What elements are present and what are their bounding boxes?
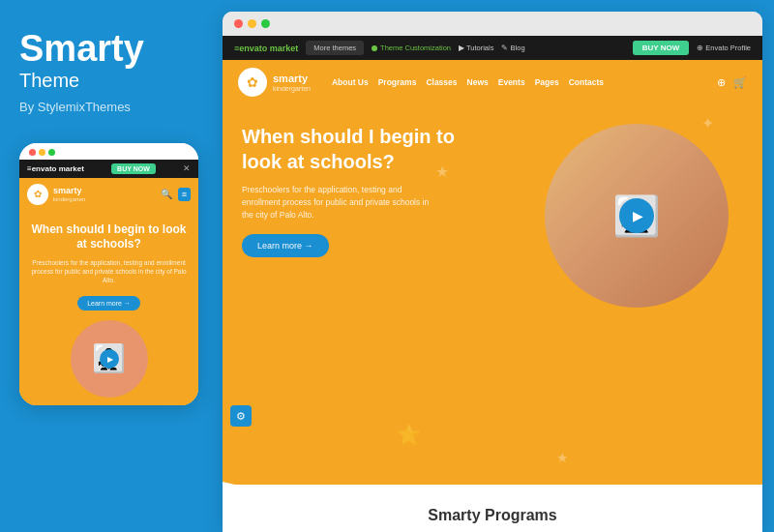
mobile-menu-btn[interactable]: ≡ (178, 188, 191, 201)
mobile-learn-more-btn[interactable]: Learn more → (77, 296, 140, 310)
desktop-theme-custom: Theme Customization (372, 44, 451, 52)
desktop-tutorials-link[interactable]: ▶ Tutorials (459, 44, 493, 52)
deco-star-5: ⭐ (397, 423, 421, 446)
programs-title: Smarty Programs (223, 507, 762, 524)
hero-play-icon: ▶ (633, 208, 643, 223)
nav-classes[interactable]: Classes (426, 77, 457, 87)
desktop-programs-section: Smarty Programs (223, 485, 762, 532)
mobile-content: ✿ smarty kindergarten 🔍 ≡ When should I … (19, 178, 198, 405)
desktop-dot-red (234, 19, 243, 28)
hero-title: When should I begin tolook at schools? (242, 124, 530, 174)
author-label: By StylemixThemes (19, 100, 131, 114)
desktop-logo-sub: kindergarten (273, 85, 311, 92)
desktop-logo-text-block: smarty kindergarten (273, 73, 311, 92)
mobile-top-bar (19, 143, 198, 160)
mobile-nav-bar: ≡envato market BUY NOW ✕ (19, 160, 198, 178)
hero-play-btn[interactable]: ▶ (619, 198, 654, 233)
mobile-dot-green (48, 149, 55, 156)
desktop-more-themes-btn[interactable]: More themes (306, 41, 364, 55)
mobile-play-icon: ▶ (107, 355, 113, 364)
mobile-search-icon[interactable]: 🔍 (161, 189, 172, 199)
mobile-logo-icon: ✿ (27, 184, 48, 205)
mobile-dot-red (29, 149, 36, 156)
nav-programs[interactable]: Programs (378, 77, 417, 87)
desktop-logo-area: ✿ smarty kindergarten (238, 68, 311, 97)
deco-star-6: ★ (556, 450, 569, 465)
mobile-site-header: ✿ smarty kindergarten 🔍 ≡ (19, 178, 198, 211)
desktop-buy-now-btn[interactable]: BUY NOW (633, 41, 690, 55)
desktop-hero: ✦ ★ ✦ ✦ ⭐ ★ When should I begin tolook a… (223, 104, 762, 485)
mobile-logo-name: smarty (53, 186, 85, 196)
mobile-logo-sub: kindergarten (53, 196, 85, 202)
nav-about-us[interactable]: About Us (332, 77, 369, 87)
mobile-hero-desc: Preschoolers for the application, testin… (29, 258, 189, 284)
settings-icon: ⚙ (236, 410, 246, 423)
hero-content-right: 👩‍👧‍👦 ▶ (530, 124, 743, 308)
hero-desc: Preschoolers for the application, testin… (242, 184, 435, 221)
mobile-envato-logo: ≡envato market (27, 164, 84, 173)
nav-news[interactable]: News (467, 77, 489, 87)
mobile-mockup: ≡envato market BUY NOW ✕ ✿ smarty kinder… (19, 143, 198, 405)
desktop-nav-icons: ⊕ 🛒 (717, 76, 747, 89)
nav-contacts[interactable]: Contacts (569, 77, 604, 87)
mobile-header-icons: 🔍 ≡ (161, 188, 191, 201)
desktop-envato-logo: ≡envato market (234, 44, 298, 53)
desktop-blog-link[interactable]: ✎ Blog (501, 44, 524, 52)
desktop-site-header: ✿ smarty kindergarten About Us Programs … (223, 60, 762, 104)
nav-pages[interactable]: Pages (535, 77, 559, 87)
hero-learn-more-btn[interactable]: Learn more → (242, 234, 329, 257)
desktop-dot-yellow (248, 19, 256, 28)
app-title: Smarty Theme (19, 29, 144, 100)
mobile-logo-area: ✿ smarty kindergarten (27, 184, 85, 205)
settings-overlay-btn[interactable]: ⚙ (230, 405, 252, 427)
mobile-logo-text-block: smarty kindergarten (53, 186, 85, 202)
mobile-buy-now-btn[interactable]: BUY NOW (111, 163, 156, 174)
mobile-close-icon[interactable]: ✕ (183, 163, 191, 173)
desktop-mockup: ≡envato market More themes Theme Customi… (223, 12, 762, 532)
mobile-hero-image: 👩‍👧‍👦 ▶ (71, 320, 148, 398)
desktop-logo-icon: ✿ (238, 68, 267, 97)
desktop-admin-nav: ≡envato market More themes Theme Customi… (223, 36, 762, 60)
desktop-logo-name: smarty (273, 73, 311, 85)
nav-events[interactable]: Events (498, 77, 525, 87)
desktop-search-icon[interactable]: ⊕ (717, 76, 726, 89)
mobile-play-btn[interactable]: ▶ (100, 349, 119, 369)
left-panel: Smarty Theme By StylemixThemes ≡envato m… (0, 0, 223, 532)
hero-content-left: When should I begin tolook at schools? P… (242, 124, 530, 257)
wave-divider (223, 482, 762, 501)
desktop-top-bar (223, 12, 762, 36)
mobile-hero: When should I begin to look at schools? … (19, 211, 198, 405)
hero-image-circle: 👩‍👧‍👦 ▶ (545, 124, 729, 308)
mobile-dot-yellow (39, 149, 45, 156)
mobile-hero-title: When should I begin to look at schools? (29, 222, 189, 252)
desktop-cart-icon[interactable]: 🛒 (733, 76, 747, 89)
desktop-nav-links: About Us Programs Classes News Events Pa… (332, 77, 705, 87)
desktop-dot-green (261, 19, 270, 28)
theme-custom-indicator (372, 45, 377, 51)
desktop-login-link[interactable]: ⊕ Envato Profile (697, 44, 751, 52)
